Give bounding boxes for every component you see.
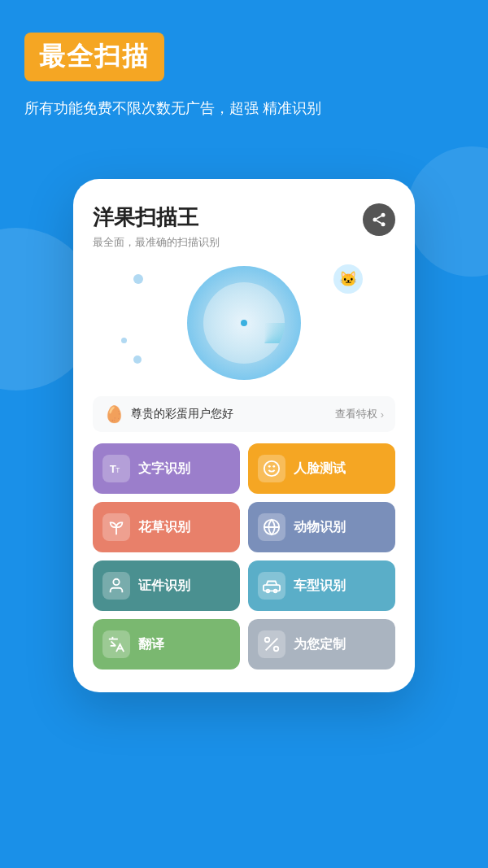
cat-icon: 🐱 — [333, 264, 363, 294]
svg-point-15 — [265, 638, 270, 643]
id-recognition-icon — [102, 572, 130, 600]
animal-recognition-icon — [258, 513, 285, 541]
header-badge-text: 最全扫描 — [39, 41, 150, 71]
face-test-icon — [258, 455, 285, 482]
svg-point-0 — [381, 213, 386, 217]
header-badge: 最全扫描 — [24, 33, 164, 81]
phone-mockup: 洋果扫描王 最全面，最准确的扫描识别 🐱 🥚 — [73, 179, 415, 692]
feature-face-test[interactable]: 人脸测试 — [248, 443, 395, 494]
app-subtitle: 最全面，最准确的扫描识别 — [93, 235, 220, 250]
bg-decoration-right — [407, 146, 488, 277]
chevron-right-icon: › — [381, 408, 384, 421]
car-recognition-label: 车型识别 — [294, 578, 346, 595]
svg-line-4 — [377, 216, 381, 218]
radar-area: 🐱 — [93, 258, 395, 388]
feature-translate[interactable]: 翻译 — [93, 619, 240, 670]
view-privilege-label: 查看特权 — [335, 407, 377, 421]
feature-plant-recognition[interactable]: 花草识别 — [93, 502, 240, 552]
radar-center — [241, 320, 247, 326]
svg-point-16 — [274, 647, 279, 652]
translate-label: 翻译 — [138, 636, 164, 653]
svg-line-3 — [377, 220, 381, 223]
svg-text:T: T — [115, 466, 120, 474]
plant-recognition-label: 花草识别 — [138, 519, 190, 536]
features-grid: T T 文字识别 人脸测试 — [93, 443, 395, 670]
svg-line-17 — [266, 639, 278, 651]
share-button[interactable] — [363, 203, 395, 236]
share-icon — [371, 212, 387, 228]
user-banner-left: 🥚 尊贵的彩蛋用户您好 — [104, 404, 233, 424]
svg-point-7 — [264, 461, 279, 476]
svg-point-11 — [113, 579, 119, 585]
feature-id-recognition[interactable]: 证件识别 — [93, 560, 240, 611]
car-recognition-icon — [258, 572, 285, 600]
plant-recognition-icon — [102, 513, 130, 541]
id-recognition-label: 证件识别 — [138, 578, 190, 595]
view-privilege-button[interactable]: 查看特权 › — [335, 407, 384, 421]
customize-icon — [258, 630, 285, 658]
face-test-label: 人脸测试 — [294, 460, 346, 478]
app-header: 洋果扫描王 最全面，最准确的扫描识别 — [93, 203, 395, 250]
dot-decoration-2 — [121, 338, 127, 343]
radar-inner-circle — [203, 282, 285, 364]
header-description: 所有功能免费不限次数无广告，超强 精准识别 — [24, 96, 464, 121]
svg-point-2 — [381, 222, 386, 226]
svg-point-1 — [373, 218, 377, 222]
text-recognition-label: 文字识别 — [138, 460, 190, 478]
app-title-group: 洋果扫描王 最全面，最准确的扫描识别 — [93, 203, 220, 250]
feature-animal-recognition[interactable]: 动物识别 — [248, 502, 395, 552]
header-section: 最全扫描 所有功能免费不限次数无广告，超强 精准识别 — [0, 0, 488, 137]
feature-customize[interactable]: 为您定制 — [248, 619, 395, 670]
customize-label: 为您定制 — [294, 636, 346, 653]
radar-sweep — [244, 323, 285, 364]
feature-text-recognition[interactable]: T T 文字识别 — [93, 443, 240, 494]
animal-recognition-label: 动物识别 — [294, 519, 346, 536]
app-title: 洋果扫描王 — [93, 203, 220, 232]
feature-car-recognition[interactable]: 车型识别 — [248, 560, 395, 611]
radar-outer-circle — [187, 266, 301, 380]
translate-icon — [102, 630, 130, 658]
text-recognition-icon: T T — [102, 455, 130, 482]
user-greeting: 尊贵的彩蛋用户您好 — [131, 407, 233, 421]
dot-decoration-1 — [133, 355, 142, 364]
dot-decoration-3 — [133, 274, 143, 284]
user-banner[interactable]: 🥚 尊贵的彩蛋用户您好 查看特权 › — [93, 396, 395, 432]
egg-icon: 🥚 — [104, 404, 124, 424]
